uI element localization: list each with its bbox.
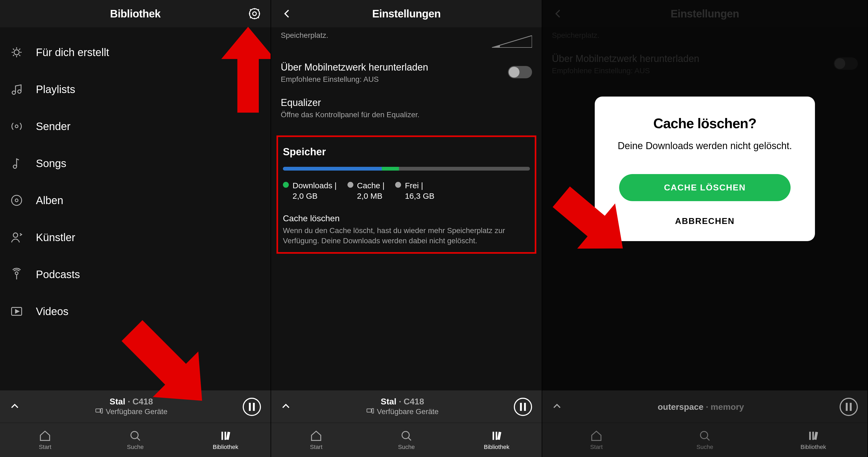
settings-header: Einstellungen [271,0,542,27]
tab-search[interactable]: Suche [651,423,759,457]
available-devices-link[interactable]: Verfügbare Geräte [366,407,439,417]
library-item-label: Playlists [36,83,75,95]
now-playing-track: Stal · C418 [110,396,153,407]
tab-home[interactable]: Start [0,423,90,457]
library-item-made-for-you[interactable]: Für dich erstellt [8,34,262,71]
gear-icon [248,7,261,21]
pause-button[interactable] [514,398,532,416]
cellular-toggle[interactable] [508,66,532,78]
back-button[interactable] [271,8,303,19]
phone-1-library: Bibliothek Für dich erstellt [0,0,271,457]
storage-section-highlighted: Speicher Downloads |2,0 GB Cache |2,0 MB… [277,136,536,254]
pause-button[interactable] [840,398,858,416]
tab-library[interactable]: Bibliothek [180,423,271,457]
now-playing-track: outerspace · memory [658,401,744,412]
library-item-artists[interactable]: Künstler [8,219,262,256]
now-playing-bar[interactable]: Stal · C418 Verfügbare Geräte [271,391,542,423]
setting-equalizer[interactable]: Equalizer Öffne das Kontrollpanel für de… [271,91,542,126]
now-playing-bar[interactable]: outerspace · memory [542,391,867,423]
library-item-label: Für dich erstellt [36,47,109,58]
svg-rect-16 [372,408,373,413]
chevron-up-icon[interactable] [0,401,29,413]
devices-icon [95,407,103,417]
cellular-signal-icon [492,31,532,49]
music-note-icon [8,155,25,172]
setting-cellular-download[interactable]: Über Mobilnetzwerk herunterladen Empfohl… [271,55,542,91]
svg-point-7 [11,195,22,205]
chevron-up-icon[interactable] [542,401,572,413]
library-icon [491,430,503,442]
svg-rect-15 [367,409,371,412]
tab-bar: Start Suche Bibliothek [0,423,271,457]
phone-3-dialog: Einstellungen Speicherplatz. Über Mobiln… [542,0,868,457]
library-item-label: Sender [36,120,70,133]
home-icon [39,430,51,442]
clear-cache-row[interactable]: Cache löschen Wenn du den Cache löscht, … [283,213,530,246]
svg-point-4 [18,90,21,93]
settings-button[interactable] [239,7,271,21]
chevron-up-icon[interactable] [271,401,301,413]
made-for-you-icon [8,44,25,61]
library-item-albums[interactable]: Alben [8,182,262,219]
search-icon [129,430,142,442]
video-icon [8,303,25,320]
tab-library[interactable]: Bibliothek [452,423,542,457]
search-icon [699,430,711,442]
clear-cache-dialog: Cache löschen? Deine Downloads werden ni… [595,96,815,241]
pause-button[interactable] [243,398,261,416]
library-item-playlists[interactable]: Playlists [8,71,262,108]
svg-point-17 [402,431,409,438]
dialog-body: Deine Downloads werden nicht gelöscht. [611,139,799,152]
search-icon [400,430,412,442]
svg-point-6 [13,165,17,168]
svg-rect-12 [96,409,100,412]
svg-point-3 [12,91,16,94]
svg-point-2 [14,50,19,55]
album-icon [8,192,25,209]
tab-search[interactable]: Suche [362,423,452,457]
now-playing-bar[interactable]: Stal · C418 Verfügbare Geräte [0,391,271,423]
legend-downloads: Downloads |2,0 GB [283,180,337,201]
svg-point-5 [15,125,18,128]
library-item-radio[interactable]: Sender [8,108,262,145]
svg-point-18 [701,431,708,438]
storage-hint-label: Speicherplatz. [281,31,328,40]
chevron-left-icon [282,8,292,19]
dialog-title: Cache löschen? [611,115,799,132]
home-icon [310,430,322,442]
svg-point-8 [15,199,18,202]
tab-library[interactable]: Bibliothek [759,423,867,457]
library-item-songs[interactable]: Songs [8,145,262,182]
library-title: Bibliothek [32,8,239,20]
dialog-confirm-button[interactable]: CACHE LÖSCHEN [619,174,790,201]
svg-rect-13 [101,408,102,413]
storage-heading: Speicher [283,146,530,158]
legend-free: Frei |16,3 GB [395,180,434,201]
library-item-label: Songs [36,158,66,170]
tab-home[interactable]: Start [271,423,362,457]
library-item-videos[interactable]: Videos [8,293,262,330]
library-icon [219,430,232,442]
tab-bar: Start Suche Bibliothek [542,423,867,457]
podcast-icon [8,266,25,283]
legend-cache: Cache |2,0 MB [347,180,385,201]
now-playing-track: Stal · C418 [381,396,424,407]
library-item-label: Videos [36,306,69,318]
library-item-label: Podcasts [36,268,80,281]
library-icon [807,430,819,442]
artist-icon [8,229,25,246]
svg-point-1 [249,8,259,19]
dialog-cancel-button[interactable]: ABBRECHEN [611,215,799,228]
radio-icon [8,118,25,135]
tab-search[interactable]: Suche [90,423,181,457]
settings-title: Einstellungen [303,8,509,20]
storage-usage-bar [283,167,530,171]
devices-icon [366,407,374,417]
library-item-label: Künstler [36,231,75,244]
svg-point-9 [13,233,18,237]
available-devices-link[interactable]: Verfügbare Geräte [95,407,167,417]
svg-point-0 [253,12,256,16]
library-item-podcasts[interactable]: Podcasts [8,256,262,293]
tab-home[interactable]: Start [542,423,651,457]
svg-point-10 [15,272,18,275]
